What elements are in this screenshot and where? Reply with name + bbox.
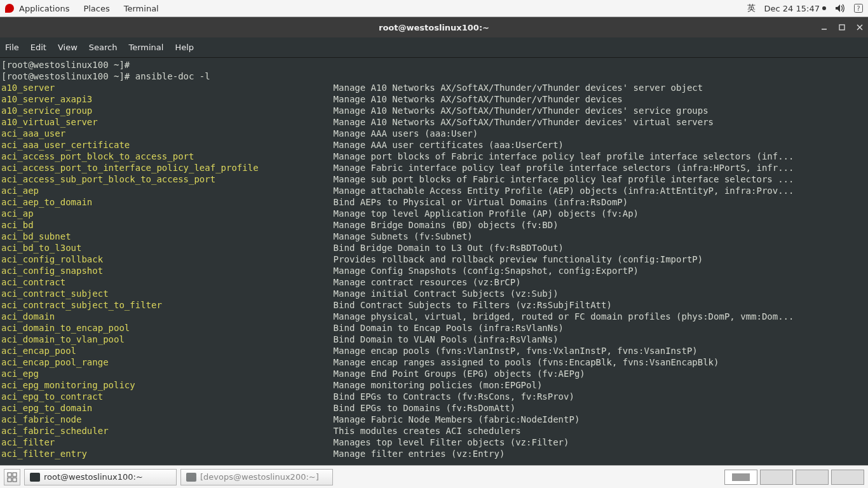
terminal-line: aci_aaa_user_certificate Manage AAA user… (1, 139, 867, 151)
terminal-icon (30, 473, 40, 482)
terminal-line: aci_encap_pool_range Manage encap ranges… (1, 356, 867, 368)
terminal-line: aci_config_rollback Provides rollback an… (1, 254, 867, 265)
window-titlebar[interactable]: root@westoslinux100:~ (0, 17, 868, 37)
terminal-line: aci_contract_subject Manage initial Cont… (1, 288, 867, 299)
ime-indicator[interactable]: 英 (747, 3, 756, 14)
terminal-line: aci_contract_subject_to_filter Bind Cont… (1, 299, 867, 311)
workspace-3[interactable] (796, 470, 829, 485)
terminal-line: aci_bd_to_l3out Bind Bridge Domain to L3… (1, 242, 867, 254)
svg-text:?: ? (857, 5, 860, 12)
terminal-line: aci_config_snapshot Manage Config Snapsh… (1, 265, 867, 276)
terminal-icon (186, 473, 196, 482)
terminal-line: a10_server_axapi3 Manage A10 Networks AX… (1, 93, 867, 105)
terminal-line: aci_epg_monitoring_policy Manage monitor… (1, 379, 867, 391)
menu-file[interactable]: File (5, 43, 19, 52)
notification-dot-icon (822, 6, 826, 10)
terminal-line: a10_server Manage A10 Networks AX/SoftAX… (1, 82, 867, 93)
terminal-body[interactable]: [root@westoslinux100 ~]# [root@westoslin… (0, 58, 868, 464)
terminal-line: [root@westoslinux100 ~]# ansible-doc -l (1, 71, 867, 82)
terminal-line: aci_epg Manage End Point Groups (EPG) ob… (1, 368, 867, 379)
terminal-line: aci_epg_to_contract Bind EPGs to Contrac… (1, 391, 867, 402)
terminal-line: a10_service_group Manage A10 Networks AX… (1, 105, 867, 116)
workspace-switcher (724, 470, 864, 485)
terminal-line: aci_filter_entry Manage filter entries (… (1, 448, 867, 459)
svg-rect-6 (8, 473, 11, 477)
terminal-line: aci_aep_to_domain Bind AEPs to Physical … (1, 196, 867, 208)
terminal-line: aci_filter Manages top level Filter obje… (1, 437, 867, 448)
terminal-line: aci_contract Manage contract resources (… (1, 276, 867, 288)
redhat-icon (5, 4, 14, 13)
taskbar-item-terminal-1[interactable]: root@westoslinux100:~ (24, 469, 177, 485)
taskbar-item-label: [devops@westoslinux200:~] (200, 472, 319, 482)
menu-search[interactable]: Search (89, 43, 118, 52)
minimize-button[interactable] (820, 23, 829, 32)
volume-icon[interactable] (835, 4, 845, 13)
terminal-menu[interactable]: Terminal (124, 4, 159, 13)
menu-view[interactable]: View (58, 43, 78, 52)
terminal-line: aci_bd Manage Bridge Domains (BD) object… (1, 219, 867, 231)
svg-rect-7 (13, 473, 17, 477)
places-menu[interactable]: Places (83, 4, 109, 13)
terminal-line: aci_fabric_node Manage Fabric Node Membe… (1, 414, 867, 425)
terminal-line: aci_domain_to_encap_pool Bind Domain to … (1, 322, 867, 334)
clock-text: Dec 24 15:47 (764, 4, 820, 13)
workspace-4[interactable] (831, 470, 864, 485)
terminal-line: aci_ap Manage top level Application Prof… (1, 208, 867, 219)
help-icon[interactable]: ? (854, 4, 863, 13)
terminal-line: aci_epg_to_domain Bind EPGs to Domains (… (1, 402, 867, 414)
menu-help[interactable]: Help (175, 43, 194, 52)
terminal-line: aci_domain Manage physical, virtual, bri… (1, 311, 867, 322)
terminal-line: aci_access_port_to_interface_policy_leaf… (1, 162, 867, 173)
workspace-1[interactable] (724, 470, 757, 485)
terminal-line: a10_virtual_server Manage A10 Networks A… (1, 116, 867, 128)
clock[interactable]: Dec 24 15:47 (764, 4, 826, 13)
applications-menu[interactable]: Applications (19, 4, 69, 13)
terminal-menubar: File Edit View Search Terminal Help (0, 37, 868, 58)
taskbar-item-terminal-2[interactable]: [devops@westoslinux200:~] (180, 469, 333, 485)
close-button[interactable] (855, 23, 864, 32)
terminal-line: [root@westoslinux100 ~]# (1, 59, 867, 71)
terminal-line: aci_access_sub_port_block_to_access_port… (1, 173, 867, 185)
terminal-line: aci_aep Manage attachable Access Entity … (1, 185, 867, 196)
window-title: root@westoslinux100:~ (379, 23, 489, 32)
window-controls (820, 17, 864, 37)
terminal-line: aci_aaa_user Manage AAA users (aaa:User) (1, 128, 867, 139)
svg-rect-8 (8, 478, 11, 482)
bottom-panel: root@westoslinux100:~ [devops@westoslinu… (0, 465, 868, 488)
maximize-button[interactable] (837, 23, 846, 32)
top-panel: Applications Places Terminal 英 Dec 24 15… (0, 0, 868, 17)
terminal-line: aci_bd_subnet Manage Subnets (fv:Subnet) (1, 231, 867, 242)
menu-terminal[interactable]: Terminal (128, 43, 163, 52)
svg-rect-9 (13, 478, 17, 482)
workspace-2[interactable] (760, 470, 793, 485)
terminal-line: aci_access_port_block_to_access_port Man… (1, 151, 867, 162)
menu-edit[interactable]: Edit (31, 43, 46, 52)
terminal-line: aci_encap_pool Manage encap pools (fvns:… (1, 345, 867, 356)
show-desktop-button[interactable] (4, 469, 20, 485)
terminal-line: aci_domain_to_vlan_pool Bind Domain to V… (1, 334, 867, 345)
terminal-line: aci_fabric_scheduler This modules create… (1, 425, 867, 437)
svg-rect-3 (839, 25, 844, 30)
taskbar-item-label: root@westoslinux100:~ (44, 472, 143, 482)
